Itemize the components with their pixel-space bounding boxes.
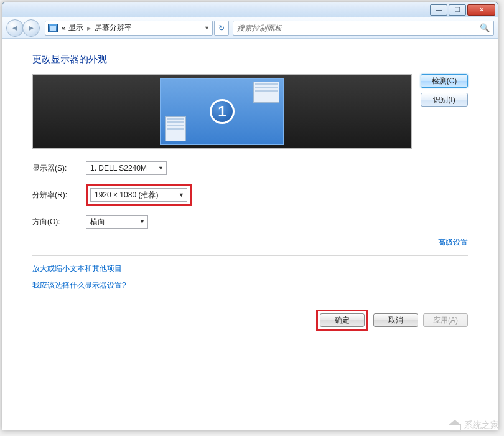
close-button[interactable]: ✕	[467, 4, 495, 16]
text-size-link[interactable]: 放大或缩小文本和其他项目	[32, 263, 468, 274]
preview-window-icon	[165, 116, 186, 141]
divider	[32, 255, 468, 256]
page-title: 更改显示器的外观	[32, 54, 468, 65]
resolution-highlight: 1920 × 1080 (推荐) ▼	[86, 184, 192, 206]
display-label: 显示器(S):	[32, 163, 86, 174]
navbar: ◄ ► « 显示 ▸ 屏幕分辨率 ▼ ↻ 🔍	[2, 17, 498, 39]
resolution-label: 分辨率(R):	[32, 190, 86, 201]
orientation-dropdown[interactable]: 横向 ▼	[86, 215, 148, 229]
advanced-row: 高级设置	[32, 237, 468, 248]
resolution-dropdown[interactable]: 1920 × 1080 (推荐) ▼	[90, 188, 187, 202]
cancel-button[interactable]: 取消	[373, 313, 418, 327]
breadcrumb-resolution[interactable]: 屏幕分辨率	[95, 22, 132, 33]
resolution-row: 分辨率(R): 1920 × 1080 (推荐) ▼	[32, 184, 468, 206]
breadcrumb-display[interactable]: 显示	[68, 22, 83, 33]
display-settings-window: — ❐ ✕ ◄ ► « 显示 ▸ 屏幕分辨率 ▼ ↻ 🔍 更改显示器的外观	[2, 2, 498, 430]
detect-button[interactable]: 检测(C)	[421, 74, 468, 88]
back-button[interactable]: ◄	[6, 19, 24, 37]
control-panel-icon	[48, 24, 58, 32]
identify-button[interactable]: 识别(I)	[421, 93, 468, 107]
orientation-value: 横向	[90, 217, 105, 227]
breadcrumb-separator: ▸	[87, 24, 91, 32]
search-input[interactable]	[237, 24, 480, 32]
minimize-button[interactable]: —	[430, 4, 447, 16]
display-value: 1. DELL S2240M	[90, 164, 147, 173]
breadcrumb-prefix: «	[62, 24, 66, 32]
dialog-buttons: 确定 取消 应用(A)	[32, 310, 468, 331]
titlebar: — ❐ ✕	[2, 2, 498, 17]
resolution-value: 1920 × 1080 (推荐)	[95, 190, 158, 201]
watermark-text: 系统之家	[464, 420, 499, 431]
chevron-down-icon: ▼	[158, 165, 164, 171]
search-icon[interactable]: 🔍	[480, 23, 490, 32]
address-bar[interactable]: « 显示 ▸ 屏幕分辨率 ▼	[45, 21, 213, 36]
watermark: 系统之家	[448, 420, 499, 431]
house-icon	[448, 420, 462, 431]
display-preview[interactable]: 1	[32, 74, 412, 149]
ok-highlight: 确定	[316, 310, 368, 331]
monitor-number-badge: 1	[210, 99, 235, 124]
content-area: 更改显示器的外观 1 检测(C) 识别(I) 显示器(S):	[2, 39, 498, 331]
forward-button[interactable]: ►	[22, 19, 40, 37]
monitor-1[interactable]: 1	[160, 78, 284, 145]
orientation-label: 方向(O):	[32, 217, 86, 227]
chevron-down-icon: ▼	[179, 192, 184, 198]
orientation-row: 方向(O): 横向 ▼	[32, 215, 468, 229]
display-dropdown[interactable]: 1. DELL S2240M ▼	[86, 161, 167, 175]
display-preview-row: 1 检测(C) 识别(I)	[32, 74, 468, 149]
advanced-settings-link[interactable]: 高级设置	[438, 237, 468, 248]
search-bar[interactable]: 🔍	[233, 21, 494, 36]
display-row: 显示器(S): 1. DELL S2240M ▼	[32, 161, 468, 175]
nav-arrows: ◄ ►	[6, 19, 40, 37]
which-settings-link[interactable]: 我应该选择什么显示器设置?	[32, 280, 468, 291]
help-links: 放大或缩小文本和其他项目 我应该选择什么显示器设置?	[32, 263, 468, 291]
preview-window-icon	[253, 82, 279, 103]
ok-button[interactable]: 确定	[320, 313, 365, 327]
preview-side-buttons: 检测(C) 识别(I)	[421, 74, 468, 107]
maximize-button[interactable]: ❐	[449, 4, 466, 16]
chevron-down-icon: ▼	[139, 219, 145, 225]
apply-button: 应用(A)	[423, 313, 468, 327]
refresh-button[interactable]: ↻	[214, 21, 229, 36]
address-dropdown-icon[interactable]: ▼	[204, 25, 210, 31]
